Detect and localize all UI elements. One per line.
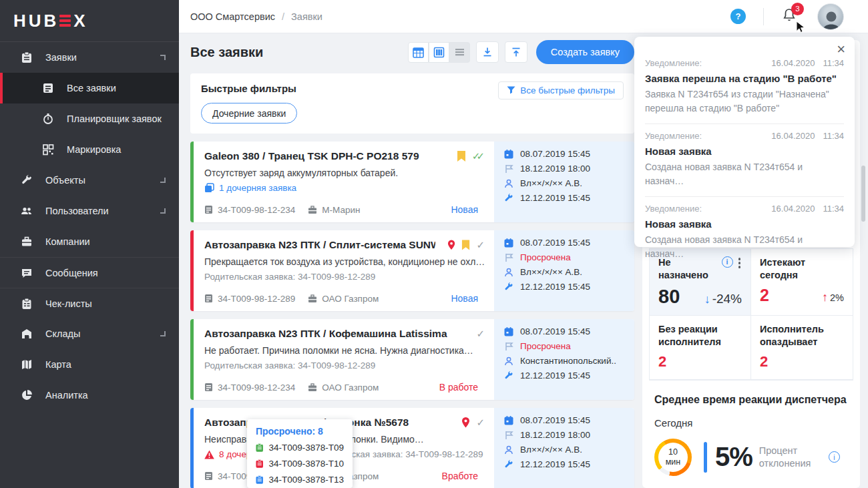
notification-count-badge: 3 xyxy=(791,3,804,15)
breadcrumb-company[interactable]: ООО Смартсервис xyxy=(190,11,275,22)
users-icon xyxy=(20,204,33,218)
sidebar-item-analitika[interactable]: Аналитка xyxy=(0,380,179,411)
sidebar-item-polzovateli[interactable]: Пользователи xyxy=(0,196,179,226)
gauge-unit: мин xyxy=(666,457,680,467)
export-button[interactable] xyxy=(505,41,527,63)
overdue-child-item[interactable]: 34-T009-3878-T09 xyxy=(256,443,344,453)
clipboard-blue-icon xyxy=(256,475,263,485)
assignee-icon xyxy=(504,445,513,455)
import-button[interactable] xyxy=(476,41,499,63)
toolbar: Создать заявку xyxy=(408,40,634,64)
warning-triangle-icon xyxy=(204,450,214,459)
stopwatch-icon xyxy=(41,112,55,126)
notification-date: 16.04.2020 xyxy=(771,58,815,68)
logo-text: HUBX xyxy=(13,11,88,31)
stat-value: 2 xyxy=(658,353,742,371)
created-date: 08.07.2019 15:45 xyxy=(520,415,590,425)
calendar-view-button[interactable] xyxy=(408,42,429,63)
notification-body: Создана новая заявка N Т234т654 и назнач… xyxy=(645,160,844,188)
child-request-link[interactable]: 1 дочерняя заявка xyxy=(204,183,296,193)
bookmark-icon xyxy=(457,151,466,162)
notification-time: 11:34 xyxy=(823,204,844,214)
help-button[interactable]: ? xyxy=(730,9,746,24)
warehouse-icon xyxy=(20,327,33,340)
sidebar-item-obekty[interactable]: Объекты xyxy=(0,165,179,196)
deviation-percent: 5% xyxy=(715,442,752,472)
notification-body: Заявка N Т234т654 из стадии "Назначена" … xyxy=(645,87,844,115)
planned-wrench-icon xyxy=(504,460,513,469)
notification-date: 16.04.2020 xyxy=(771,131,815,141)
avatar[interactable] xyxy=(817,3,844,30)
deadline-flag-icon xyxy=(505,431,513,440)
company-name: ОАО Газпром xyxy=(322,294,379,304)
stat-card-executor-late[interactable]: Исполнитель опаздывает 2 xyxy=(751,316,853,380)
status-badge: Новая xyxy=(451,293,485,304)
location-pin-icon xyxy=(461,417,470,428)
notification-title: Новая заявка xyxy=(645,146,844,157)
deadline-status: Просрочена xyxy=(520,252,571,262)
scrollbar-thumb[interactable] xyxy=(861,166,865,222)
sidebar-item-label: Заявки xyxy=(45,52,77,63)
child-requests-filter-chip[interactable]: Дочерние заявки xyxy=(201,103,297,124)
created-date-icon xyxy=(504,327,513,336)
expand-arrow-icon xyxy=(160,178,166,183)
company-name: М-Марин xyxy=(322,205,360,215)
create-request-button[interactable]: Создать заявку xyxy=(536,40,634,64)
request-card[interactable]: Автозаправка N23 ПТК / Кофемашина Latiss… xyxy=(190,319,634,400)
overdue-child-item[interactable]: 34-T009-3878-T10 xyxy=(256,459,344,469)
request-card[interactable]: Автозаправка N23 ПТК / Сплит-система SUN… xyxy=(190,230,634,311)
deadline-date: 18.12.2019 18:00 xyxy=(520,164,590,174)
notification-item[interactable]: Уведомление:16.04.202011:34 Заявка переш… xyxy=(645,45,844,124)
parent-request-ref: Родительская заявка: 34-T009-98-12-289 xyxy=(204,360,375,371)
request-dates-panel: 08.07.2019 15:45 18.12.2019 18:00 Вл××/×… xyxy=(494,142,634,222)
request-id: 34-T009-98-12-234 xyxy=(218,383,295,393)
chart-line-svg xyxy=(684,485,847,488)
planned-date: 12.12.2019 15:45 xyxy=(520,282,590,292)
briefcase-icon xyxy=(20,235,33,248)
request-dates-panel: 08.07.2019 15:45 Просрочена Вл××/×/×× А.… xyxy=(494,230,634,311)
assignee-icon xyxy=(504,268,513,277)
request-card[interactable]: Galeon 380 / Транец TSK DPH-C PO218 579 … xyxy=(190,142,634,222)
sidebar-item-label: Планировщик заявок xyxy=(67,113,162,124)
all-filters-button[interactable]: Все быстрые фильтры xyxy=(498,81,624,99)
notification-item[interactable]: Уведомление:16.04.202011:34 Новая заявка… xyxy=(645,196,844,269)
request-id-icon xyxy=(204,205,213,214)
kanban-view-button[interactable] xyxy=(429,42,449,63)
download-icon xyxy=(482,47,493,57)
clipboard-icon xyxy=(20,51,33,64)
notification-item[interactable]: Уведомление:16.04.202011:34 Новая заявка… xyxy=(645,124,844,196)
breadcrumb: ООО Смартсервис/Заявки xyxy=(190,11,322,22)
parent-request-ref: Родительская заявка: 34-T009-98-12-289 xyxy=(204,272,375,282)
reaction-time-chart: (мин.) 50 40 30 xyxy=(654,485,848,488)
checklist-icon xyxy=(20,297,33,310)
trend-up-icon: ↑ xyxy=(822,290,828,304)
planned-wrench-icon xyxy=(504,282,513,292)
planned-wrench-icon xyxy=(504,194,513,203)
overdue-child-item[interactable]: 34-T009-3878-T13 xyxy=(256,475,344,485)
dispatcher-title: Среднее время реакции диспетчера xyxy=(654,394,848,406)
pie-chart-icon xyxy=(20,389,33,402)
close-icon[interactable]: × xyxy=(837,42,845,57)
sidebar-item-zayavki[interactable]: Заявки xyxy=(0,42,179,73)
list-view-button[interactable] xyxy=(449,42,470,63)
sidebar-item-chek-listy[interactable]: Чек-листы xyxy=(0,288,179,318)
qr-code-icon xyxy=(41,143,55,156)
sidebar-item-soobshcheniya[interactable]: Сообщения xyxy=(0,257,179,288)
notifications-bell-button[interactable]: 3 xyxy=(781,7,797,26)
status-badge: Новая xyxy=(451,204,485,215)
logo[interactable]: HUBX xyxy=(0,0,179,42)
sidebar-item-vse-zayavki[interactable]: Все заявки xyxy=(0,73,179,103)
sidebar-item-planirovshchik[interactable]: Планировщик заявок xyxy=(0,103,179,134)
avatar-photo xyxy=(818,7,844,30)
sidebar-item-karta[interactable]: Карта xyxy=(0,349,179,380)
sidebar-item-kompanii[interactable]: Компании xyxy=(0,226,179,257)
stat-card-no-reaction[interactable]: Без реакции исполнителя 2 xyxy=(650,316,751,380)
deadline-date: 18.12.2019 18:00 xyxy=(520,430,590,440)
view-switcher xyxy=(408,42,470,63)
overdue-popup-title: Просрочено: 8 xyxy=(256,426,344,437)
info-icon[interactable]: i xyxy=(829,451,840,463)
notification-time: 11:34 xyxy=(823,58,844,68)
sidebar-item-sklady[interactable]: Склады xyxy=(0,318,179,349)
request-dates-panel: 08.07.2019 15:45 Просрочена Константиноп… xyxy=(494,319,634,400)
sidebar-item-markirovka[interactable]: Маркировка xyxy=(0,134,179,165)
